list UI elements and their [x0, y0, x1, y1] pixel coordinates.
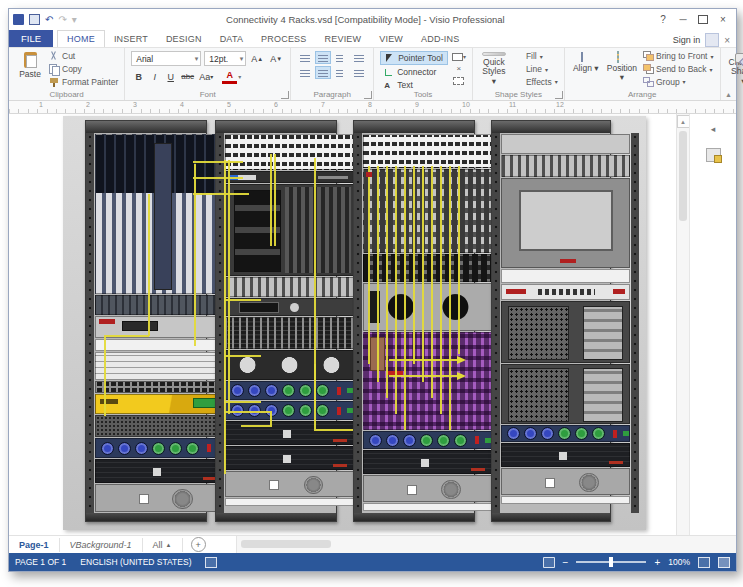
quick-styles-button[interactable]: QuickStyles ▾: [479, 51, 509, 87]
tab-insert[interactable]: INSERT: [105, 31, 157, 47]
tab-file[interactable]: FILE: [9, 30, 53, 47]
storage-array[interactable]: [501, 364, 630, 424]
underline-button[interactable]: U: [163, 71, 178, 83]
cut-button[interactable]: Cut: [49, 51, 118, 62]
fiber-panel[interactable]: [501, 425, 630, 442]
switch[interactable]: [95, 295, 224, 315]
fiber-panel[interactable]: [225, 381, 354, 400]
language-indicator[interactable]: ENGLISH (UNITED STATES): [80, 557, 191, 567]
sign-in-link[interactable]: Sign in: [673, 35, 701, 45]
group-button[interactable]: Group ▾: [643, 76, 714, 87]
router[interactable]: [95, 316, 224, 338]
shapes-panel-icon[interactable]: [706, 148, 721, 162]
switch-windows-icon[interactable]: [718, 557, 730, 568]
storage-array[interactable]: [501, 301, 630, 363]
presentation-mode-icon[interactable]: [543, 557, 555, 568]
tab-review[interactable]: REVIEW: [316, 31, 371, 47]
page-tab-vbackground1[interactable]: VBackground-1: [60, 538, 143, 552]
indent-button[interactable]: [351, 66, 367, 79]
fiber-panel[interactable]: [363, 431, 492, 449]
horizontal-scroll-thumb[interactable]: [241, 540, 331, 548]
server-slots[interactable]: [95, 352, 224, 380]
collapse-ribbon-icon[interactable]: ▲: [725, 91, 732, 98]
bold-button[interactable]: B: [131, 71, 146, 83]
rack-2[interactable]: [215, 120, 337, 522]
bullets-button[interactable]: [351, 51, 367, 64]
vent-panel[interactable]: [95, 415, 224, 437]
fan-unit[interactable]: [363, 283, 492, 331]
ups-rack-mount[interactable]: [501, 468, 630, 495]
ups[interactable]: [363, 450, 492, 474]
italic-button[interactable]: I: [147, 71, 162, 83]
rack-4[interactable]: [491, 120, 611, 522]
core-switch-highlighted[interactable]: [363, 332, 492, 430]
align-bottom-button[interactable]: [333, 66, 349, 79]
ups[interactable]: [225, 421, 354, 445]
align-center-button[interactable]: [315, 51, 331, 64]
shrink-font-button[interactable]: A▼: [268, 53, 284, 65]
close-button[interactable]: ×: [714, 12, 732, 26]
shape-styles-dialog-launcher[interactable]: [555, 91, 563, 99]
switch-logo-bar[interactable]: [225, 171, 354, 183]
help-button[interactable]: ?: [654, 12, 672, 26]
avatar[interactable]: [705, 33, 719, 47]
ups[interactable]: [225, 446, 354, 470]
vertical-scrollbar[interactable]: ▲: [676, 114, 689, 535]
switch-stack[interactable]: [363, 169, 492, 253]
all-pages-button[interactable]: All▲: [143, 538, 183, 552]
blank-panel[interactable]: [363, 503, 492, 511]
align-right-button[interactable]: [333, 51, 349, 64]
change-shape-button[interactable]: ChangeShape ▾: [727, 51, 743, 87]
ups[interactable]: [95, 459, 224, 483]
paragraph-dialog-launcher[interactable]: [364, 91, 372, 99]
port-module[interactable]: [225, 317, 354, 349]
drawing-canvas[interactable]: [9, 114, 676, 535]
cable-manager[interactable]: [225, 277, 354, 297]
freeform-tool-button[interactable]: [452, 75, 466, 86]
patch-panel[interactable]: [363, 134, 492, 168]
format-painter-button[interactable]: Format Painter: [49, 76, 118, 87]
save-icon[interactable]: [29, 14, 40, 25]
minimize-button[interactable]: ─: [674, 12, 692, 26]
align-top-button[interactable]: [297, 66, 313, 79]
pointer-tool-button[interactable]: Pointer Tool: [380, 51, 448, 65]
send-to-back-button[interactable]: Send to Back ▾: [643, 64, 714, 75]
core-router-chassis[interactable]: [95, 134, 224, 294]
port-module[interactable]: [363, 254, 492, 282]
font-family-select[interactable]: Arial▾: [131, 51, 201, 66]
rack-1[interactable]: [85, 120, 207, 522]
copy-button[interactable]: Copy: [49, 64, 118, 75]
zoom-slider[interactable]: [576, 561, 646, 563]
page-indicator[interactable]: PAGE 1 OF 1: [15, 557, 66, 567]
scroll-up-icon[interactable]: ▲: [677, 115, 690, 128]
fiber-panel[interactable]: [95, 438, 224, 458]
zoom-in-button[interactable]: +: [654, 557, 660, 568]
change-case-button[interactable]: Aa▾: [197, 71, 215, 83]
fiber-panel[interactable]: [225, 401, 354, 420]
security-appliance[interactable]: [95, 394, 224, 414]
rectangle-tool-button[interactable]: ▾: [452, 51, 466, 62]
strikethrough-button[interactable]: abc: [179, 71, 196, 83]
port-module[interactable]: [95, 381, 224, 393]
fill-button[interactable]: Fill ▾: [513, 51, 558, 62]
media-server[interactable]: [225, 298, 354, 316]
patch-panel[interactable]: [225, 134, 354, 170]
ups[interactable]: [501, 443, 630, 467]
kvm-console[interactable]: [501, 178, 630, 268]
position-button[interactable]: Position ▾: [605, 51, 639, 87]
tab-data[interactable]: DATA: [211, 31, 252, 47]
font-color-button[interactable]: A: [222, 69, 237, 84]
tab-process[interactable]: PROCESS: [252, 31, 315, 47]
connector-button[interactable]: Connector: [380, 66, 448, 78]
rack-3[interactable]: [353, 120, 475, 522]
blank-panel[interactable]: [225, 498, 354, 506]
bring-to-front-button[interactable]: Bring to Front ▾: [643, 51, 714, 62]
font-color-dropdown[interactable]: ▾: [238, 73, 241, 80]
app-icon[interactable]: [13, 14, 24, 25]
tab-home[interactable]: HOME: [57, 30, 105, 47]
redo-icon[interactable]: ↷: [58, 14, 66, 25]
ups-rack-mount[interactable]: [363, 475, 492, 502]
tab-view[interactable]: VIEW: [370, 31, 412, 47]
close-document-icon[interactable]: ×: [724, 35, 730, 46]
macro-record-icon[interactable]: [205, 557, 217, 568]
